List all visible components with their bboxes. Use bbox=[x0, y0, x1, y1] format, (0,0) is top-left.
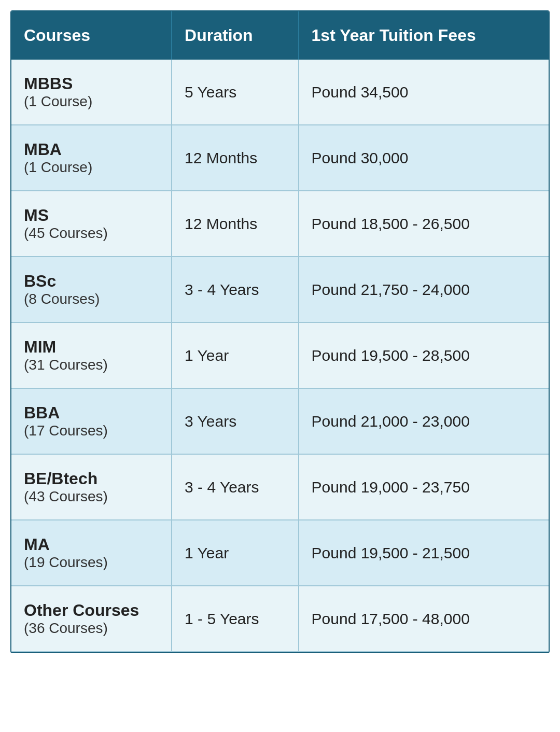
course-name: MIM bbox=[24, 337, 159, 357]
duration-cell: 1 Year bbox=[172, 520, 299, 586]
course-count: (1 Course) bbox=[24, 93, 159, 110]
courses-table: Courses Duration 1st Year Tuition Fees M… bbox=[10, 10, 550, 653]
course-name: Other Courses bbox=[24, 601, 159, 620]
fees-cell: Pound 19,000 - 23,750 bbox=[299, 454, 549, 520]
course-cell: MA(19 Courses) bbox=[11, 520, 172, 586]
course-cell: BE/Btech(43 Courses) bbox=[11, 454, 172, 520]
header-duration: Duration bbox=[172, 11, 299, 60]
fees-cell: Pound 30,000 bbox=[299, 125, 549, 191]
duration-cell: 5 Years bbox=[172, 60, 299, 125]
fees-cell: Pound 34,500 bbox=[299, 60, 549, 125]
course-cell: MBBS(1 Course) bbox=[11, 60, 172, 125]
table-row: Other Courses(36 Courses)1 - 5 YearsPoun… bbox=[11, 586, 549, 652]
course-count: (45 Courses) bbox=[24, 225, 159, 242]
fees-cell: Pound 19,500 - 21,500 bbox=[299, 520, 549, 586]
table-header-row: Courses Duration 1st Year Tuition Fees bbox=[11, 11, 549, 60]
course-count: (1 Course) bbox=[24, 159, 159, 176]
course-name: MBA bbox=[24, 140, 159, 159]
duration-cell: 1 Year bbox=[172, 322, 299, 388]
course-count: (36 Courses) bbox=[24, 620, 159, 637]
course-count: (43 Courses) bbox=[24, 488, 159, 505]
course-cell: Other Courses(36 Courses) bbox=[11, 586, 172, 652]
course-name: BBA bbox=[24, 403, 159, 423]
course-name: BE/Btech bbox=[24, 469, 159, 488]
fees-cell: Pound 19,500 - 28,500 bbox=[299, 322, 549, 388]
course-cell: BSc(8 Courses) bbox=[11, 257, 172, 322]
duration-cell: 3 - 4 Years bbox=[172, 257, 299, 322]
table-row: BE/Btech(43 Courses)3 - 4 YearsPound 19,… bbox=[11, 454, 549, 520]
duration-cell: 1 - 5 Years bbox=[172, 586, 299, 652]
course-count: (8 Courses) bbox=[24, 291, 159, 307]
fees-cell: Pound 21,750 - 24,000 bbox=[299, 257, 549, 322]
course-name: MBBS bbox=[24, 74, 159, 93]
table-row: MBBS(1 Course)5 YearsPound 34,500 bbox=[11, 60, 549, 125]
table-row: BBA(17 Courses)3 YearsPound 21,000 - 23,… bbox=[11, 388, 549, 454]
course-count: (17 Courses) bbox=[24, 423, 159, 439]
course-count: (19 Courses) bbox=[24, 554, 159, 571]
course-name: MS bbox=[24, 206, 159, 225]
table-row: BSc(8 Courses)3 - 4 YearsPound 21,750 - … bbox=[11, 257, 549, 322]
duration-cell: 3 - 4 Years bbox=[172, 454, 299, 520]
table-row: MA(19 Courses)1 YearPound 19,500 - 21,50… bbox=[11, 520, 549, 586]
header-courses: Courses bbox=[11, 11, 172, 60]
fees-cell: Pound 18,500 - 26,500 bbox=[299, 191, 549, 257]
course-cell: MS(45 Courses) bbox=[11, 191, 172, 257]
table-row: MIM(31 Courses)1 YearPound 19,500 - 28,5… bbox=[11, 322, 549, 388]
duration-cell: 12 Months bbox=[172, 125, 299, 191]
fees-cell: Pound 21,000 - 23,000 bbox=[299, 388, 549, 454]
table-row: MS(45 Courses)12 MonthsPound 18,500 - 26… bbox=[11, 191, 549, 257]
fees-cell: Pound 17,500 - 48,000 bbox=[299, 586, 549, 652]
duration-cell: 12 Months bbox=[172, 191, 299, 257]
course-name: MA bbox=[24, 535, 159, 554]
course-cell: BBA(17 Courses) bbox=[11, 388, 172, 454]
course-count: (31 Courses) bbox=[24, 357, 159, 373]
duration-cell: 3 Years bbox=[172, 388, 299, 454]
table-row: MBA(1 Course)12 MonthsPound 30,000 bbox=[11, 125, 549, 191]
course-name: BSc bbox=[24, 272, 159, 291]
header-fees: 1st Year Tuition Fees bbox=[299, 11, 549, 60]
course-cell: MBA(1 Course) bbox=[11, 125, 172, 191]
course-cell: MIM(31 Courses) bbox=[11, 322, 172, 388]
